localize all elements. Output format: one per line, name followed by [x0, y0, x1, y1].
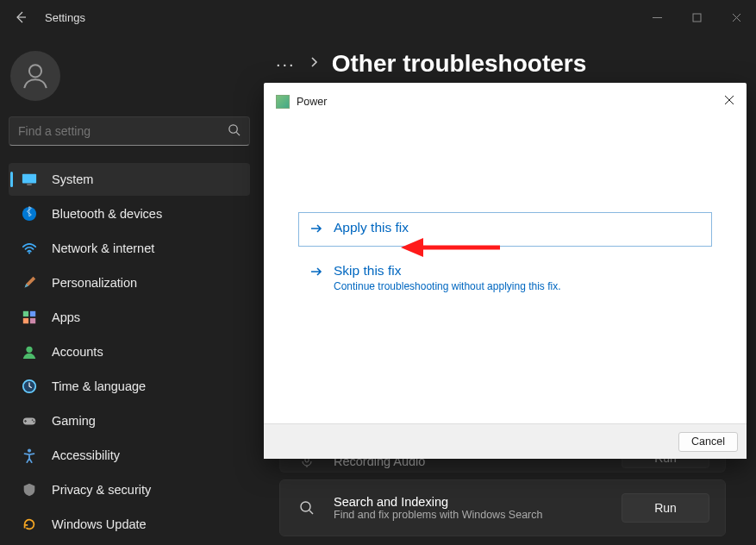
apps-icon	[21, 309, 38, 326]
minimize-button[interactable]	[637, 0, 677, 34]
svg-rect-11	[30, 318, 35, 323]
dialog-footer: Cancel	[264, 423, 747, 459]
card-subtitle: Find and fix problems with Windows Searc…	[334, 509, 622, 521]
gamepad-icon	[21, 412, 38, 429]
svg-point-15	[32, 419, 34, 421]
arrow-right-icon	[309, 265, 323, 282]
maximize-icon	[692, 13, 702, 22]
apply-fix-option[interactable]: Apply this fix	[298, 212, 712, 247]
svg-point-7	[28, 252, 30, 254]
sidebar-item-gaming[interactable]: Gaming	[9, 404, 250, 437]
option-label: Apply this fix	[334, 220, 409, 235]
sidebar-item-network[interactable]: Network & internet	[9, 232, 250, 265]
sidebar-item-system[interactable]: System	[9, 163, 250, 196]
run-button[interactable]: Run	[622, 493, 709, 523]
shield-icon	[21, 481, 38, 498]
close-icon	[732, 13, 741, 22]
back-button[interactable]	[3, 0, 38, 34]
accessibility-icon	[21, 447, 38, 464]
sidebar-item-windows-update[interactable]: Windows Update	[9, 508, 250, 541]
clock-icon	[21, 378, 38, 395]
sidebar-item-apps[interactable]: Apps	[9, 301, 250, 334]
dialog-body: Apply this fix Skip this fix Continue tr…	[264, 109, 747, 423]
chevron-right-icon	[309, 56, 318, 72]
svg-point-17	[28, 449, 31, 453]
sidebar-item-accounts[interactable]: Accounts	[9, 335, 250, 368]
sidebar-item-accessibility[interactable]: Accessibility	[9, 439, 250, 472]
monitor-icon	[21, 171, 38, 188]
paintbrush-icon	[21, 274, 38, 291]
sidebar-item-personalization[interactable]: Personalization	[9, 266, 250, 299]
cancel-button[interactable]: Cancel	[678, 432, 738, 452]
sidebar-item-label: Accounts	[52, 345, 103, 359]
user-avatar[interactable]	[10, 51, 60, 101]
troubleshooter-cards: Recording Audio Run Search and Indexing …	[279, 447, 726, 543]
svg-rect-9	[30, 311, 35, 316]
sidebar-item-label: Personalization	[52, 276, 137, 290]
close-button[interactable]	[716, 0, 756, 34]
minimize-icon	[653, 13, 662, 22]
sidebar-item-label: Privacy & security	[52, 483, 151, 497]
power-troubleshooter-icon	[276, 95, 290, 109]
breadcrumb: ··· Other troubleshooters	[276, 50, 586, 78]
sidebar-item-label: System	[52, 172, 93, 186]
svg-point-19	[301, 502, 310, 511]
window-buttons	[637, 0, 756, 34]
svg-rect-5	[27, 184, 31, 185]
svg-rect-10	[23, 318, 28, 323]
sidebar-item-label: Accessibility	[52, 448, 120, 462]
arrow-left-icon	[14, 10, 28, 24]
nav-list: System Bluetooth & devices Network & int…	[9, 163, 250, 541]
maximize-button[interactable]	[677, 0, 716, 34]
close-icon	[724, 95, 734, 105]
sidebar-item-label: Bluetooth & devices	[52, 207, 162, 221]
svg-point-1	[29, 65, 41, 77]
wifi-icon	[21, 240, 38, 257]
sidebar-item-time-language[interactable]: Time & language	[9, 370, 250, 403]
option-description: Continue troubleshooting without applyin…	[334, 280, 561, 292]
search-box[interactable]	[9, 116, 250, 146]
sidebar-item-label: Windows Update	[52, 517, 147, 531]
troubleshooter-card[interactable]: Search and Indexing Find and fix problem…	[279, 479, 726, 536]
arrow-right-icon	[309, 222, 323, 239]
sidebar-item-privacy[interactable]: Privacy & security	[9, 473, 250, 506]
search-input[interactable]	[18, 124, 228, 138]
page-title: Other troubleshooters	[332, 50, 587, 78]
sidebar-item-label: Apps	[52, 310, 80, 324]
bluetooth-icon	[21, 205, 38, 222]
svg-rect-0	[693, 14, 701, 22]
window-title: Settings	[45, 11, 85, 24]
breadcrumb-overflow[interactable]: ···	[276, 54, 296, 74]
sidebar-item-label: Time & language	[52, 379, 146, 393]
svg-rect-8	[23, 311, 28, 316]
svg-rect-3	[22, 174, 36, 184]
person-icon	[21, 343, 38, 360]
sidebar: System Bluetooth & devices Network & int…	[0, 39, 259, 545]
dialog-header: Power	[264, 83, 747, 109]
search-icon	[296, 500, 318, 516]
person-icon	[21, 61, 50, 91]
sidebar-item-label: Gaming	[52, 414, 96, 428]
svg-point-16	[34, 421, 35, 423]
update-icon	[21, 516, 38, 533]
dialog-title: Power	[297, 96, 327, 108]
troubleshooter-dialog: Power Apply this fix Skip this fix Conti…	[264, 83, 747, 459]
dialog-close-button[interactable]	[719, 90, 740, 110]
svg-point-2	[229, 124, 237, 132]
sidebar-item-label: Network & internet	[52, 241, 154, 255]
svg-point-12	[26, 347, 32, 353]
option-label: Skip this fix	[334, 263, 561, 279]
sidebar-item-bluetooth[interactable]: Bluetooth & devices	[9, 197, 250, 230]
card-title: Search and Indexing	[334, 495, 622, 509]
skip-fix-option[interactable]: Skip this fix Continue troubleshooting w…	[298, 255, 712, 300]
search-icon	[228, 123, 241, 140]
